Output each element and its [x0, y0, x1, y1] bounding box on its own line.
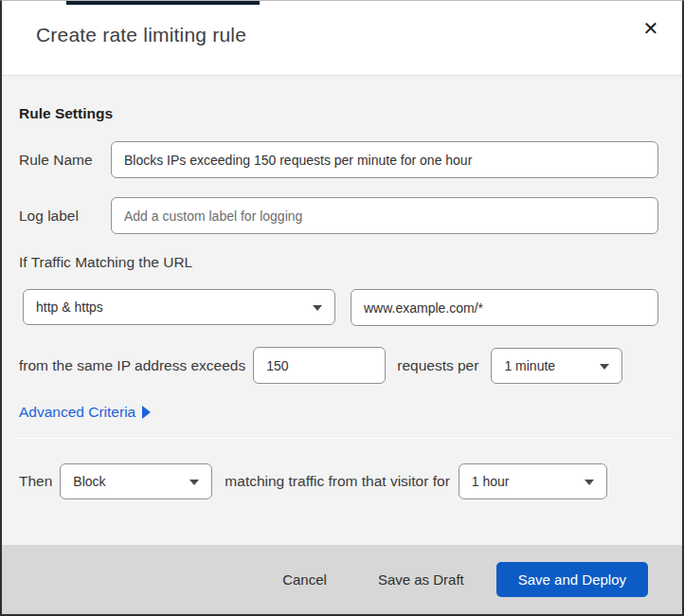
section-heading-rule-settings: Rule Settings	[19, 105, 658, 122]
period-select[interactable]: 1 minute	[491, 348, 622, 384]
advanced-criteria-label: Advanced Criteria	[19, 404, 135, 421]
save-and-deploy-button[interactable]: Save and Deploy	[496, 562, 648, 597]
chevron-down-icon	[600, 364, 609, 370]
chevron-down-icon	[313, 305, 322, 311]
duration-select-value: 1 hour	[472, 474, 510, 489]
caret-right-icon	[142, 406, 151, 419]
rule-name-row: Rule Name	[19, 141, 658, 178]
period-select-value: 1 minute	[504, 358, 555, 373]
threshold-prefix-label: from the same IP address exceeds	[19, 357, 245, 374]
page-behind-topbar	[66, 1, 260, 5]
scheme-select-value: http & https	[36, 299, 103, 315]
requests-per-label: requests per	[397, 357, 478, 374]
threshold-row: from the same IP address exceeds request…	[19, 347, 658, 384]
dialog-header: Create rate limiting rule ✕	[2, 1, 682, 76]
advanced-criteria-link[interactable]: Advanced Criteria	[19, 404, 151, 421]
duration-select[interactable]: 1 hour	[459, 463, 607, 499]
cancel-button[interactable]: Cancel	[279, 564, 331, 595]
log-label-input[interactable]	[111, 197, 658, 234]
chevron-down-icon	[585, 480, 594, 485]
action-select-value: Block	[73, 474, 105, 489]
url-input-wrap	[351, 289, 658, 326]
rule-name-label: Rule Name	[19, 152, 111, 169]
traffic-match-row: http & https	[23, 289, 658, 326]
dialog-title: Create rate limiting rule	[36, 24, 246, 46]
traffic-match-heading: If Traffic Matching the URL	[19, 254, 658, 271]
log-label-label: Log label	[19, 208, 111, 225]
scheme-select[interactable]: http & https	[23, 289, 335, 325]
request-count-input[interactable]	[253, 347, 386, 384]
rule-name-input[interactable]	[111, 141, 658, 178]
section-divider	[13, 438, 672, 439]
matching-traffic-label: matching traffic from that visitor for	[225, 473, 449, 490]
rate-limit-dialog: Create rate limiting rule ✕ Rule Setting…	[0, 0, 684, 616]
then-row: Then Block matching traffic from that vi…	[19, 463, 658, 499]
then-label: Then	[19, 473, 52, 490]
url-input[interactable]	[351, 289, 658, 326]
action-select[interactable]: Block	[60, 463, 212, 499]
dialog-body: Rule Settings Rule Name Log label If Tra…	[2, 76, 682, 545]
save-as-draft-button[interactable]: Save as Draft	[374, 564, 468, 595]
log-label-row: Log label	[19, 197, 658, 234]
dialog-footer: Cancel Save as Draft Save and Deploy	[2, 545, 682, 614]
close-icon[interactable]: ✕	[637, 14, 665, 43]
chevron-down-icon	[189, 480, 199, 485]
